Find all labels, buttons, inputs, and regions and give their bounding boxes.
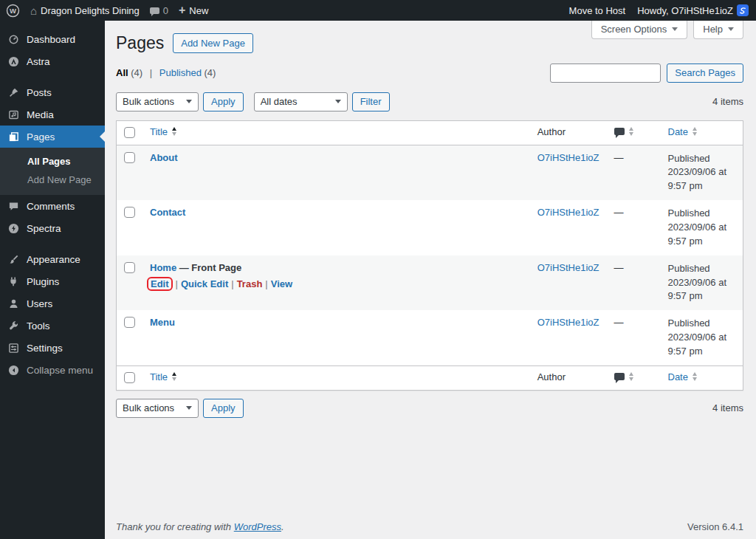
tablenav-top: Bulk actions Apply All dates Filter 4 it… <box>116 92 743 111</box>
page-title-link[interactable]: Contact <box>150 207 185 218</box>
site-name: Dragon Delights Dining <box>41 5 140 16</box>
howdy-account-menu[interactable]: Howdy, O7iHStHe1ioZ <box>637 4 749 16</box>
date-filter-select[interactable]: All dates <box>254 92 348 111</box>
comment-count: — <box>614 262 624 273</box>
avatar <box>737 4 749 16</box>
author-link[interactable]: O7iHStHe1ioZ <box>537 262 599 273</box>
column-author-label: Author <box>537 126 566 137</box>
sidebar-item-spectra[interactable]: Spectra <box>0 217 105 239</box>
sidebar-item-collapse-menu[interactable]: Collapse menu <box>0 359 105 381</box>
front-page-badge: — Front Page <box>179 262 242 273</box>
view-link[interactable]: View <box>271 278 292 289</box>
sidebar-item-media[interactable]: Media <box>0 103 105 126</box>
column-author-label: Author <box>537 371 566 382</box>
page-title-link[interactable]: Home <box>150 262 176 273</box>
comments-icon <box>7 200 20 212</box>
sort-arrows-icon <box>693 127 697 136</box>
action-separator: | <box>176 278 178 289</box>
author-link[interactable]: O7iHStHe1ioZ <box>537 317 599 328</box>
sort-by-comments[interactable] <box>614 372 633 381</box>
select-all-checkbox[interactable] <box>124 372 135 383</box>
new-label: New <box>189 5 208 16</box>
comment-count: — <box>614 207 624 218</box>
filter-button[interactable]: Filter <box>352 92 390 111</box>
view-all-link[interactable]: All <box>116 67 128 78</box>
wordpress-logo-icon[interactable]: W <box>6 4 20 18</box>
view-published-count: (4) <box>205 67 216 78</box>
page-title: Pages <box>116 33 164 54</box>
select-all-checkbox[interactable] <box>124 127 135 138</box>
new-content-button[interactable]: + New <box>179 4 208 16</box>
sidebar-item-users[interactable]: Users <box>0 292 105 315</box>
sidebar-item-label: Comments <box>27 201 75 212</box>
action-separator: | <box>231 278 233 289</box>
search-pages-button[interactable]: Search Pages <box>667 63 743 83</box>
collapse-menu-icon <box>7 364 20 376</box>
page-title-link[interactable]: Menu <box>150 317 175 328</box>
bulk-actions-select[interactable]: Bulk actions <box>116 92 199 111</box>
items-count: 4 items <box>712 402 743 413</box>
admin-bar-comments[interactable]: 0 <box>150 5 168 16</box>
comment-count: — <box>614 317 624 328</box>
sidebar-item-settings[interactable]: Settings <box>0 337 105 359</box>
sidebar-item-all-pages[interactable]: All Pages <box>0 152 105 171</box>
author-link[interactable]: O7iHStHe1ioZ <box>537 152 599 163</box>
edit-link[interactable]: Edit <box>151 278 169 289</box>
appearance-icon <box>7 253 20 265</box>
apply-button[interactable]: Apply <box>203 399 244 418</box>
site-name-link[interactable]: ⌂ Dragon Delights Dining <box>30 5 140 16</box>
sort-by-title[interactable]: Title <box>150 126 176 137</box>
add-new-page-button[interactable]: Add New Page <box>173 33 253 53</box>
help-tab[interactable]: Help <box>693 21 743 39</box>
version-label: Version 6.4.1 <box>687 521 743 532</box>
sidebar-item-astra[interactable]: Astra <box>0 50 105 72</box>
sidebar-item-comments[interactable]: Comments <box>0 195 105 217</box>
sidebar-item-appearance[interactable]: Appearance <box>0 248 105 270</box>
view-filter-links: All (4) | Published (4) <box>116 67 216 78</box>
search-input[interactable] <box>550 63 661 83</box>
bulk-actions-select[interactable]: Bulk actions <box>116 399 199 418</box>
chevron-down-icon <box>186 100 192 106</box>
sidebar-item-posts[interactable]: Posts <box>0 81 105 103</box>
posts-icon <box>7 86 20 98</box>
sort-by-date[interactable]: Date <box>668 371 697 382</box>
sidebar-item-label: Users <box>27 298 52 309</box>
main-content: Screen Options Help Pages Add New Page A… <box>105 21 756 539</box>
media-icon <box>7 109 20 120</box>
column-date-label: Date <box>668 126 688 137</box>
view-published-link[interactable]: Published <box>159 67 202 78</box>
apply-button[interactable]: Apply <box>203 92 244 111</box>
sidebar-item-dashboard[interactable]: Dashboard <box>0 28 105 50</box>
sidebar-item-label: Spectra <box>27 223 61 234</box>
sidebar-item-label: Plugins <box>27 276 59 287</box>
pages-submenu: All Pages Add New Page <box>0 148 105 195</box>
comments-column-icon <box>614 128 625 135</box>
row-checkbox[interactable] <box>124 317 135 328</box>
column-title-label: Title <box>150 371 168 382</box>
sort-by-title[interactable]: Title <box>150 371 176 382</box>
page-title-link[interactable]: About <box>150 152 178 163</box>
home-icon: ⌂ <box>30 5 37 16</box>
sidebar-item-add-new-page[interactable]: Add New Page <box>0 171 105 189</box>
all-dates-label: All dates <box>261 96 298 107</box>
move-to-host-link[interactable]: Move to Host <box>569 5 626 16</box>
sidebar-item-pages[interactable]: Pages <box>0 126 105 148</box>
row-checkbox[interactable] <box>124 262 135 273</box>
sidebar-item-tools[interactable]: Tools <box>0 315 105 337</box>
row-checkbox[interactable] <box>124 207 135 218</box>
view-all-count: (4) <box>131 67 142 78</box>
wordpress-link[interactable]: WordPress <box>234 521 281 532</box>
sort-by-date[interactable]: Date <box>668 126 697 137</box>
bulk-actions-label: Bulk actions <box>123 96 174 107</box>
author-link[interactable]: O7iHStHe1ioZ <box>537 207 599 218</box>
trash-link[interactable]: Trash <box>237 278 263 289</box>
row-checkbox[interactable] <box>124 152 135 163</box>
screen-options-label: Screen Options <box>601 24 667 35</box>
screen-options-tab[interactable]: Screen Options <box>591 21 688 39</box>
sort-arrows-icon <box>629 372 633 381</box>
sort-by-comments[interactable] <box>614 127 633 136</box>
plus-icon: + <box>179 4 185 16</box>
quick-edit-link[interactable]: Quick Edit <box>181 278 228 289</box>
sidebar-item-plugins[interactable]: Plugins <box>0 270 105 292</box>
pages-table: Title Author Date <box>116 120 743 391</box>
